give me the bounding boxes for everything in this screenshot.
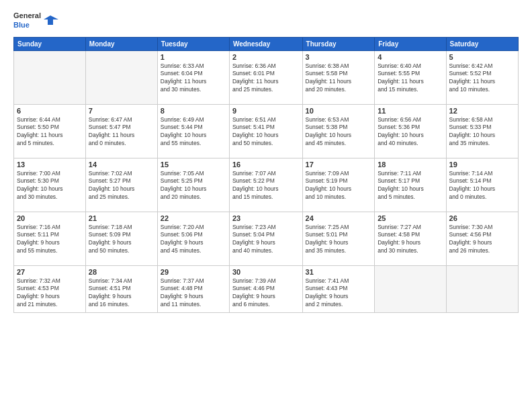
day-info: Sunrise: 6:56 AM Sunset: 5:36 PM Dayligh… xyxy=(378,116,443,148)
logo: General Blue xyxy=(13,11,58,30)
calendar-cell: 11Sunrise: 6:56 AM Sunset: 5:36 PM Dayli… xyxy=(375,104,446,158)
calendar-table: SundayMondayTuesdayWednesdayThursdayFrid… xyxy=(13,37,519,313)
day-info: Sunrise: 7:20 AM Sunset: 5:06 PM Dayligh… xyxy=(161,224,226,256)
calendar-cell: 20Sunrise: 7:16 AM Sunset: 5:11 PM Dayli… xyxy=(14,212,86,265)
day-number: 26 xyxy=(449,214,515,222)
day-info: Sunrise: 7:39 AM Sunset: 4:46 PM Dayligh… xyxy=(232,277,300,310)
day-number: 14 xyxy=(89,161,154,169)
calendar-cell: 7Sunrise: 6:47 AM Sunset: 5:47 PM Daylig… xyxy=(85,104,157,158)
calendar-cell: 31Sunrise: 7:41 AM Sunset: 4:43 PM Dayli… xyxy=(302,265,375,312)
day-info: Sunrise: 7:34 AM Sunset: 4:51 PM Dayligh… xyxy=(89,277,154,310)
day-number: 29 xyxy=(161,268,226,276)
day-number: 4 xyxy=(378,53,443,61)
calendar-cell: 16Sunrise: 7:07 AM Sunset: 5:22 PM Dayli… xyxy=(229,158,302,212)
day-number: 9 xyxy=(232,107,300,115)
day-info: Sunrise: 7:11 AM Sunset: 5:17 PM Dayligh… xyxy=(378,170,443,202)
day-number: 17 xyxy=(306,161,372,169)
day-number: 23 xyxy=(232,214,300,222)
day-number: 7 xyxy=(89,107,154,115)
day-info: Sunrise: 6:49 AM Sunset: 5:44 PM Dayligh… xyxy=(161,116,226,148)
day-number: 21 xyxy=(89,214,154,222)
day-number: 19 xyxy=(449,161,515,169)
day-of-week-header: Thursday xyxy=(302,37,375,50)
day-info: Sunrise: 7:02 AM Sunset: 5:27 PM Dayligh… xyxy=(89,170,154,202)
calendar-cell: 27Sunrise: 7:32 AM Sunset: 4:53 PM Dayli… xyxy=(14,265,86,312)
svg-marker-0 xyxy=(44,15,58,25)
day-of-week-header: Sunday xyxy=(14,37,86,50)
calendar-cell: 26Sunrise: 7:30 AM Sunset: 4:56 PM Dayli… xyxy=(446,212,518,265)
page: General Blue SundayMondayTuesdayWednesda… xyxy=(0,0,532,411)
calendar-cell: 28Sunrise: 7:34 AM Sunset: 4:51 PM Dayli… xyxy=(85,265,157,312)
calendar-cell: 15Sunrise: 7:05 AM Sunset: 5:25 PM Dayli… xyxy=(157,158,229,212)
day-of-week-header: Monday xyxy=(85,37,157,50)
logo-bird-icon xyxy=(44,13,58,28)
day-info: Sunrise: 6:58 AM Sunset: 5:33 PM Dayligh… xyxy=(449,116,515,148)
calendar-cell xyxy=(375,265,446,312)
day-number: 18 xyxy=(378,161,443,169)
calendar-cell: 3Sunrise: 6:38 AM Sunset: 5:58 PM Daylig… xyxy=(302,50,375,104)
day-of-week-header: Saturday xyxy=(446,37,518,50)
calendar-cell: 23Sunrise: 7:23 AM Sunset: 5:04 PM Dayli… xyxy=(229,212,302,265)
day-info: Sunrise: 6:42 AM Sunset: 5:52 PM Dayligh… xyxy=(449,62,515,95)
day-info: Sunrise: 7:14 AM Sunset: 5:14 PM Dayligh… xyxy=(449,170,515,202)
day-number: 10 xyxy=(306,107,372,115)
day-number: 8 xyxy=(161,107,226,115)
day-number: 1 xyxy=(161,53,226,61)
calendar-cell xyxy=(14,50,86,104)
calendar-cell: 18Sunrise: 7:11 AM Sunset: 5:17 PM Dayli… xyxy=(375,158,446,212)
calendar-cell: 10Sunrise: 6:53 AM Sunset: 5:38 PM Dayli… xyxy=(302,104,375,158)
calendar-cell: 1Sunrise: 6:33 AM Sunset: 6:04 PM Daylig… xyxy=(157,50,229,104)
day-number: 2 xyxy=(232,53,300,61)
day-of-week-header: Friday xyxy=(375,37,446,50)
day-info: Sunrise: 7:09 AM Sunset: 5:19 PM Dayligh… xyxy=(306,170,372,202)
header: General Blue xyxy=(13,11,519,30)
day-info: Sunrise: 6:36 AM Sunset: 6:01 PM Dayligh… xyxy=(232,62,300,95)
calendar-cell: 14Sunrise: 7:02 AM Sunset: 5:27 PM Dayli… xyxy=(85,158,157,212)
calendar-cell: 21Sunrise: 7:18 AM Sunset: 5:09 PM Dayli… xyxy=(85,212,157,265)
calendar-header-row: SundayMondayTuesdayWednesdayThursdayFrid… xyxy=(14,37,519,50)
calendar-cell: 12Sunrise: 6:58 AM Sunset: 5:33 PM Dayli… xyxy=(446,104,518,158)
calendar-cell: 29Sunrise: 7:37 AM Sunset: 4:48 PM Dayli… xyxy=(157,265,229,312)
day-info: Sunrise: 7:37 AM Sunset: 4:48 PM Dayligh… xyxy=(161,277,226,310)
day-info: Sunrise: 6:44 AM Sunset: 5:50 PM Dayligh… xyxy=(17,116,83,148)
calendar-cell: 6Sunrise: 6:44 AM Sunset: 5:50 PM Daylig… xyxy=(14,104,86,158)
day-info: Sunrise: 7:07 AM Sunset: 5:22 PM Dayligh… xyxy=(232,170,300,202)
calendar-cell: 17Sunrise: 7:09 AM Sunset: 5:19 PM Dayli… xyxy=(302,158,375,212)
day-number: 11 xyxy=(378,107,443,115)
calendar-cell: 24Sunrise: 7:25 AM Sunset: 5:01 PM Dayli… xyxy=(302,212,375,265)
day-info: Sunrise: 7:32 AM Sunset: 4:53 PM Dayligh… xyxy=(17,277,83,310)
calendar-cell: 25Sunrise: 7:27 AM Sunset: 4:58 PM Dayli… xyxy=(375,212,446,265)
day-info: Sunrise: 7:25 AM Sunset: 5:01 PM Dayligh… xyxy=(306,224,372,256)
calendar-cell: 30Sunrise: 7:39 AM Sunset: 4:46 PM Dayli… xyxy=(229,265,302,312)
day-number: 28 xyxy=(89,268,154,276)
calendar-cell: 19Sunrise: 7:14 AM Sunset: 5:14 PM Dayli… xyxy=(446,158,518,212)
day-info: Sunrise: 7:18 AM Sunset: 5:09 PM Dayligh… xyxy=(89,224,154,256)
day-number: 12 xyxy=(449,107,515,115)
day-number: 30 xyxy=(232,268,300,276)
day-info: Sunrise: 7:23 AM Sunset: 5:04 PM Dayligh… xyxy=(232,224,300,256)
calendar-cell xyxy=(85,50,157,104)
calendar-cell: 5Sunrise: 6:42 AM Sunset: 5:52 PM Daylig… xyxy=(446,50,518,104)
day-info: Sunrise: 7:27 AM Sunset: 4:58 PM Dayligh… xyxy=(378,224,443,256)
day-of-week-header: Wednesday xyxy=(229,37,302,50)
calendar-cell: 8Sunrise: 6:49 AM Sunset: 5:44 PM Daylig… xyxy=(157,104,229,158)
day-number: 27 xyxy=(17,268,83,276)
day-info: Sunrise: 6:38 AM Sunset: 5:58 PM Dayligh… xyxy=(306,62,372,95)
day-number: 13 xyxy=(17,161,83,169)
day-info: Sunrise: 6:53 AM Sunset: 5:38 PM Dayligh… xyxy=(306,116,372,148)
day-number: 5 xyxy=(449,53,515,61)
day-number: 16 xyxy=(232,161,300,169)
day-info: Sunrise: 6:33 AM Sunset: 6:04 PM Dayligh… xyxy=(161,62,226,95)
calendar-cell xyxy=(446,265,518,312)
logo-text: General Blue xyxy=(13,11,41,30)
day-info: Sunrise: 7:00 AM Sunset: 5:30 PM Dayligh… xyxy=(17,170,83,202)
calendar-cell: 9Sunrise: 6:51 AM Sunset: 5:41 PM Daylig… xyxy=(229,104,302,158)
day-number: 31 xyxy=(306,268,372,276)
calendar-cell: 2Sunrise: 6:36 AM Sunset: 6:01 PM Daylig… xyxy=(229,50,302,104)
day-info: Sunrise: 7:30 AM Sunset: 4:56 PM Dayligh… xyxy=(449,224,515,256)
day-info: Sunrise: 7:16 AM Sunset: 5:11 PM Dayligh… xyxy=(17,224,83,256)
calendar-cell: 4Sunrise: 6:40 AM Sunset: 5:55 PM Daylig… xyxy=(375,50,446,104)
day-number: 3 xyxy=(306,53,372,61)
day-of-week-header: Tuesday xyxy=(157,37,229,50)
day-info: Sunrise: 6:40 AM Sunset: 5:55 PM Dayligh… xyxy=(378,62,443,95)
